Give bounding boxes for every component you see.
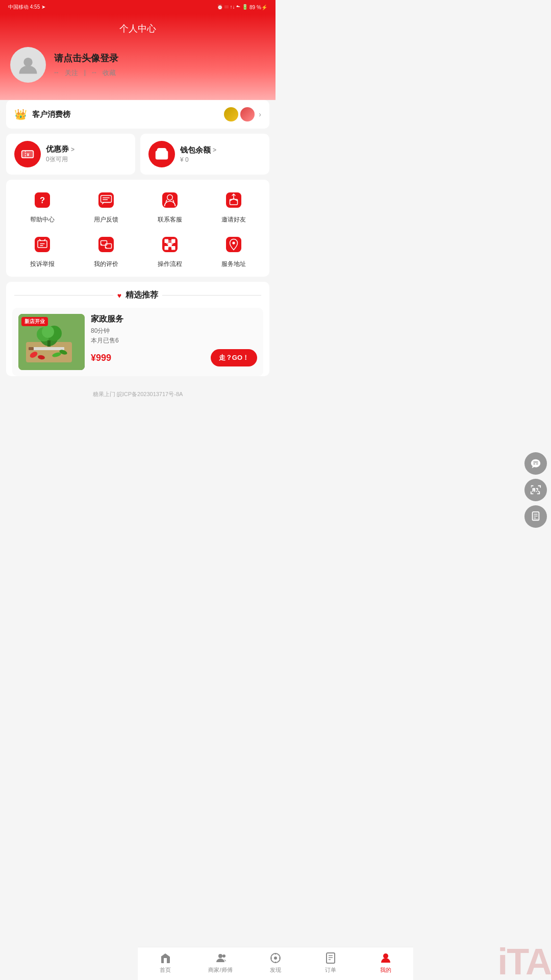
profile-info: 请点击头像登录 -- 关注 | -- 收藏 [54, 52, 118, 78]
svg-rect-30 [171, 239, 176, 243]
product-sold: 本月已售6 [91, 336, 257, 345]
voucher-icon-circle: ¥ [14, 141, 41, 167]
action-row-2: 投诉举报 我的评价 [10, 232, 265, 268]
svg-rect-19 [35, 237, 50, 252]
action-grid: ? 帮助中心 用户反馈 [6, 180, 269, 277]
icp-text: 糖果上门 皖ICP备2023013717号-8A [93, 391, 183, 397]
page-title: 个人中心 [10, 22, 265, 35]
voucher-icon: ¥ [20, 147, 35, 161]
avatar[interactable] [10, 47, 46, 83]
main-content: 👑 客户消费榜 › ¥ 优惠券 [0, 100, 276, 434]
help-label: 帮助中心 [30, 215, 55, 224]
wallet-balance-info: 钱包余额 > ¥ 0 [180, 145, 261, 163]
action-service[interactable]: 联系客服 [149, 188, 190, 224]
svg-point-46 [42, 326, 54, 338]
svg-rect-29 [164, 239, 168, 243]
complaint-label: 投诉举报 [30, 260, 55, 268]
svg-rect-49 [29, 347, 34, 350]
ranking-right: › [223, 106, 261, 122]
heart-icon: ♥ [117, 291, 121, 300]
voucher-card[interactable]: ¥ 优惠券 > 0张可用 [6, 134, 135, 175]
ranking-chevron: › [259, 110, 261, 118]
wallet-balance-value: ¥ 0 [180, 156, 261, 163]
action-help[interactable]: ? 帮助中心 [22, 188, 63, 224]
voucher-title: 优惠券 > [46, 144, 127, 154]
invite-label: 邀请好友 [221, 215, 246, 224]
ranking-title: 客户消费榜 [32, 110, 70, 119]
collect-label: 收藏 [103, 68, 116, 78]
wallet-icon-circle [148, 141, 175, 167]
profile-stats: -- 关注 | -- 收藏 [54, 68, 118, 78]
status-bar: 中国移动 4:55 ➤ ⏰ 𝄘 ↑↓ ☁ 🔋89%⚡ [0, 0, 276, 14]
review-icon [94, 232, 118, 257]
ranking-left: 👑 客户消费榜 [14, 108, 70, 120]
login-prompt: 请点击头像登录 [54, 52, 118, 64]
address-label: 服务地址 [221, 260, 246, 268]
divider: | [84, 68, 86, 78]
action-feedback[interactable]: 用户反馈 [86, 188, 127, 224]
address-icon [221, 232, 246, 257]
help-icon: ? [30, 188, 55, 212]
svg-text:¥: ¥ [27, 152, 29, 157]
svg-point-0 [23, 58, 33, 67]
new-badge: 新店开业 [21, 317, 48, 326]
product-price: ¥999 [91, 353, 111, 363]
product-name: 家政服务 [91, 314, 257, 325]
svg-rect-7 [163, 154, 167, 156]
voucher-info: 优惠券 > 0张可用 [46, 144, 127, 164]
product-card[interactable]: 新店开业 家政服务 80分钟 本月已售6 ¥999 走？GO！ [12, 308, 263, 376]
review-label: 我的评价 [94, 260, 118, 268]
icp-footer: 糖果上门 皖ICP备2023013717号-8A [6, 384, 269, 434]
svg-rect-8 [156, 153, 168, 154]
wallet-icon [155, 147, 169, 161]
action-row-1: ? 帮助中心 用户反馈 [10, 188, 265, 224]
featured-line-right [162, 295, 261, 296]
action-process[interactable]: 操作流程 [149, 232, 190, 268]
product-footer: ¥999 走？GO！ [91, 349, 257, 366]
complaint-icon [30, 232, 55, 257]
product-image-wrap: 新店开业 [18, 314, 85, 370]
collect-count: -- [92, 68, 96, 78]
featured-header: ♥ 精选推荐 [6, 290, 269, 301]
product-duration: 80分钟 [91, 327, 257, 335]
header-section: 个人中心 请点击头像登录 -- 关注 | -- 收藏 [0, 14, 276, 108]
wallet-card[interactable]: 钱包余额 > ¥ 0 [140, 134, 269, 175]
profile-section[interactable]: 请点击头像登录 -- 关注 | -- 收藏 [10, 47, 265, 83]
ranking-images [223, 106, 256, 122]
service-label: 联系客服 [158, 215, 182, 224]
svg-point-40 [232, 241, 235, 244]
action-invite[interactable]: 邀请好友 [213, 188, 254, 224]
feedback-icon [94, 188, 118, 212]
action-review[interactable]: 我的评价 [86, 232, 127, 268]
svg-rect-48 [29, 347, 64, 350]
wallet-chevron: > [213, 146, 216, 154]
svg-rect-31 [168, 242, 172, 247]
ranking-card[interactable]: 👑 客户消费榜 › [6, 100, 269, 129]
ranking-img-1 [223, 106, 239, 122]
featured-line-left [14, 295, 113, 296]
follow-label: 关注 [65, 68, 78, 78]
process-icon [158, 232, 182, 257]
voucher-chevron: > [71, 146, 74, 153]
action-complaint[interactable]: 投诉举报 [22, 232, 63, 268]
svg-rect-47 [47, 340, 51, 347]
wallet-balance-title: 钱包余额 > [180, 145, 261, 155]
voucher-subtitle: 0张可用 [46, 155, 127, 164]
carrier-time: 中国移动 4:55 ➤ [8, 4, 45, 11]
featured-section: ♥ 精选推荐 [6, 282, 269, 376]
service-icon [158, 188, 182, 212]
process-label: 操作流程 [158, 260, 182, 268]
featured-title: 精选推荐 [126, 290, 158, 301]
follow-count: -- [54, 68, 59, 78]
go-button[interactable]: 走？GO！ [211, 349, 257, 366]
ranking-img-2 [239, 106, 256, 122]
invite-icon [221, 188, 246, 212]
status-icons: ⏰ 𝄘 ↑↓ ☁ 🔋89%⚡ [217, 4, 267, 10]
feedback-label: 用户反馈 [94, 215, 118, 224]
product-info: 家政服务 80分钟 本月已售6 ¥999 走？GO！ [91, 314, 257, 370]
action-address[interactable]: 服务地址 [213, 232, 254, 268]
crown-icon: 👑 [14, 108, 27, 120]
wallet-row: ¥ 优惠券 > 0张可用 [6, 134, 269, 175]
svg-text:?: ? [39, 195, 44, 205]
